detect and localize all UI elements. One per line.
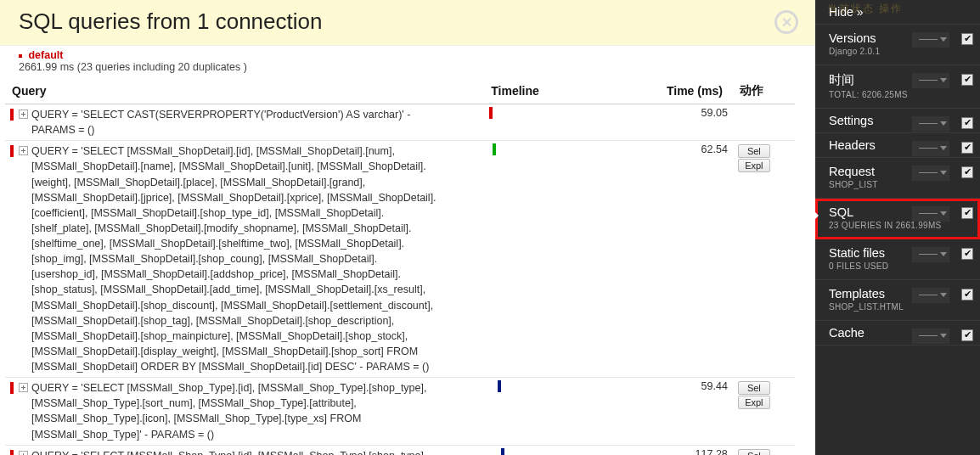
- col-time: Time (ms): [653, 78, 733, 104]
- select-button[interactable]: Sel: [738, 144, 770, 158]
- panel-cache[interactable]: Cache✔: [815, 321, 980, 345]
- banner: SQL queries from 1 connection ✕: [0, 0, 815, 46]
- check-icon: ✔: [961, 289, 973, 301]
- timeline-bar: [501, 448, 504, 455]
- panel-subtitle: shop_list.html: [829, 302, 956, 312]
- panel-subtitle: Total: 6206.25ms: [829, 90, 956, 99]
- expand-toggle[interactable]: [19, 383, 28, 392]
- check-icon: ✔: [961, 207, 973, 219]
- explain-button[interactable]: Expl: [738, 159, 770, 172]
- close-button[interactable]: ✕: [774, 10, 798, 34]
- panel-subtitle: 0 files used: [829, 261, 956, 271]
- action-cell: [733, 104, 795, 141]
- severity-bar: [10, 145, 14, 157]
- timeline-bar: [489, 107, 493, 119]
- query-cell: QUERY = 'SELECT [MSSMall_ShopDetail].[id…: [5, 141, 484, 378]
- check-icon: ✔: [961, 117, 973, 129]
- mini-select[interactable]: [912, 247, 949, 262]
- severity-bar: [10, 450, 14, 455]
- panel-settings[interactable]: Settings✔: [815, 109, 980, 133]
- panel-checkbox[interactable]: ✔: [961, 165, 973, 177]
- timeline-cell: [484, 445, 653, 455]
- mini-select[interactable]: [912, 206, 949, 222]
- severity-bar: [10, 382, 14, 394]
- active-indicator-icon: [815, 211, 819, 221]
- debug-toolbar: 当前状态 操作 Hide » VersionsDjango 2.0.1✔时间To…: [815, 0, 980, 455]
- expand-toggle[interactable]: [19, 110, 28, 119]
- sql-table: Query Timeline Time (ms) 动作 QUERY = 'SEL…: [5, 78, 795, 455]
- panel-versions[interactable]: VersionsDjango 2.0.1✔: [815, 25, 980, 65]
- timeline-cell: [484, 104, 653, 141]
- action-cell: SelExpl: [733, 378, 795, 446]
- mini-select[interactable]: [912, 73, 949, 88]
- mini-select[interactable]: [912, 288, 949, 303]
- table-header-row: Query Timeline Time (ms) 动作: [5, 78, 795, 104]
- time-cell: 62.54: [653, 141, 733, 378]
- timeline-cell: [484, 141, 653, 378]
- hide-button[interactable]: Hide »: [815, 0, 980, 25]
- col-query: Query: [5, 78, 484, 104]
- table-row: QUERY = 'SELECT CAST(SERVERPROPERTY('Pro…: [5, 104, 795, 141]
- panel-checkbox[interactable]: ✔: [961, 140, 973, 152]
- panel-checkbox[interactable]: ✔: [961, 287, 973, 299]
- action-cell: SelExpl: [733, 141, 795, 378]
- summary-line: 2661.99 ms (23 queries including 20 dupl…: [19, 61, 247, 73]
- db-name: default: [28, 49, 63, 61]
- check-icon: ✔: [961, 248, 973, 260]
- panel-checkbox[interactable]: ✔: [961, 328, 973, 340]
- select-button[interactable]: Sel: [738, 449, 770, 455]
- main-content: SQL queries from 1 connection ✕ default …: [0, 0, 815, 455]
- panel-checkbox[interactable]: ✔: [961, 246, 973, 258]
- mini-select[interactable]: [912, 329, 949, 344]
- panel-time[interactable]: 时间Total: 6206.25ms✔: [815, 65, 980, 109]
- table-scroll[interactable]: default 2661.99 ms (23 queries including…: [0, 46, 815, 455]
- mini-select[interactable]: [912, 141, 949, 156]
- col-timeline: Timeline: [484, 78, 653, 104]
- panel-static[interactable]: Static files0 files used✔: [815, 239, 980, 280]
- panel-request[interactable]: Requestshop_list✔: [815, 158, 980, 199]
- panel-checkbox[interactable]: ✔: [961, 205, 973, 217]
- query-cell: QUERY = 'SELECT [MSSMall_Shop_Type].[id]…: [5, 378, 484, 446]
- select-button[interactable]: Sel: [738, 381, 770, 395]
- action-cell: Sel: [733, 445, 795, 455]
- check-icon: ✔: [961, 142, 973, 154]
- expand-toggle[interactable]: [19, 146, 28, 155]
- mini-select[interactable]: [912, 166, 949, 181]
- panel-subtitle: shop_list: [829, 180, 956, 189]
- panel-headers[interactable]: Headers✔: [815, 133, 980, 158]
- timeline-bar: [498, 380, 501, 392]
- query-text: QUERY = 'SELECT [MSSMall_Shop_Type].[id]…: [31, 380, 439, 442]
- query-text: QUERY = 'SELECT CAST(SERVERPROPERTY('Pro…: [31, 107, 439, 138]
- check-icon: ✔: [961, 74, 973, 86]
- query-text: QUERY = 'SELECT [MSSMall_ShopDetail].[id…: [31, 143, 439, 374]
- page-title: SQL queries from 1 connection: [0, 0, 815, 35]
- mini-select[interactable]: [912, 32, 949, 48]
- dot-icon: [19, 54, 22, 58]
- panel-subtitle: Django 2.0.1: [829, 47, 956, 56]
- panel-templates[interactable]: Templatesshop_list.html✔: [815, 280, 980, 321]
- expand-toggle[interactable]: [19, 451, 28, 455]
- panel-checkbox[interactable]: ✔: [961, 72, 973, 84]
- timeline-cell: [484, 378, 653, 446]
- panel-checkbox[interactable]: ✔: [961, 115, 973, 127]
- time-cell: 59.44: [653, 378, 733, 446]
- query-text: QUERY = 'SELECT [MSSMall_Shop_Type].[id]…: [31, 448, 439, 455]
- check-icon: ✔: [961, 33, 973, 45]
- explain-button[interactable]: Expl: [738, 396, 770, 409]
- table-row: QUERY = 'SELECT [MSSMall_Shop_Type].[id]…: [5, 445, 795, 455]
- panel-subtitle: 23 queries in 2661.99ms: [829, 221, 956, 230]
- summary: default 2661.99 ms (23 queries including…: [0, 46, 815, 78]
- timeline-bar: [493, 143, 496, 155]
- time-cell: 117.28: [653, 445, 733, 455]
- table-row: QUERY = 'SELECT [MSSMall_Shop_Type].[id]…: [5, 378, 795, 446]
- close-icon: ✕: [781, 14, 792, 31]
- panel-checkbox[interactable]: ✔: [961, 31, 973, 43]
- severity-bar: [10, 109, 14, 121]
- mini-select[interactable]: [912, 116, 949, 132]
- panel-sql[interactable]: SQL23 queries in 2661.99ms✔: [815, 199, 980, 239]
- time-cell: 59.05: [653, 104, 733, 141]
- query-cell: QUERY = 'SELECT [MSSMall_Shop_Type].[id]…: [5, 445, 484, 455]
- query-cell: QUERY = 'SELECT CAST(SERVERPROPERTY('Pro…: [5, 104, 484, 141]
- table-row: QUERY = 'SELECT [MSSMall_ShopDetail].[id…: [5, 141, 795, 378]
- check-icon: ✔: [961, 329, 973, 341]
